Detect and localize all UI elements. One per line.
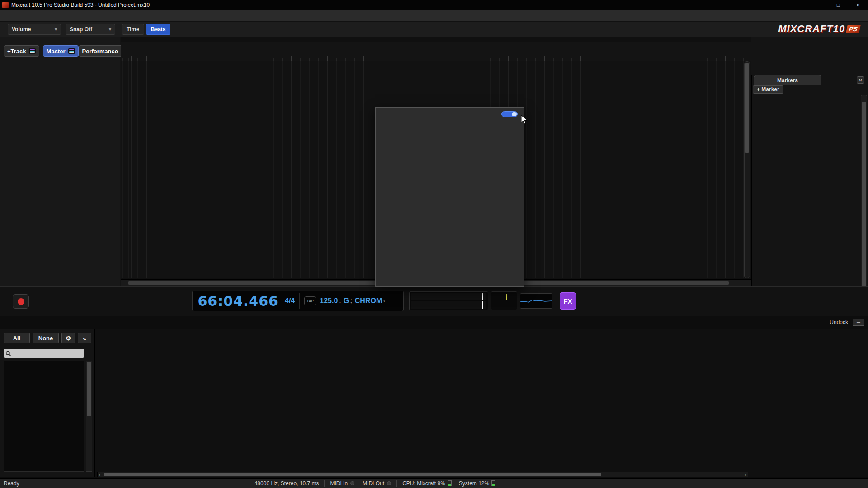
chevron-down-icon: ▾ [55, 27, 57, 32]
transport-bar: 66:04.466 4/4 TAP 125.0 ▴▾ G ▴▾ CHROM ▾ … [0, 286, 868, 316]
status-ready: Ready [4, 480, 19, 487]
cpu-usage: CPU: Mixcraft 9% [402, 480, 445, 487]
mixer-sidebar: All None ⚙ « [0, 329, 95, 477]
close-button[interactable]: ✕ [848, 0, 868, 10]
scale-mode-dropdown-icon[interactable]: ▾ [383, 300, 385, 303]
midi-out-label: MIDI Out [363, 480, 384, 487]
filter-none-button[interactable]: None [33, 333, 59, 343]
arrange-vertical-scrollbar[interactable] [744, 61, 750, 278]
track-list-icon [29, 48, 36, 54]
scale-mode-value[interactable]: CHROM [355, 297, 382, 305]
audio-settings-status: 48000 Hz, Stereo, 10.7 ms [255, 480, 319, 487]
record-button[interactable] [13, 294, 29, 309]
midi-in-indicator [350, 481, 354, 485]
bottom-tab-bar: Undock ─ [0, 316, 868, 329]
menu-bar [0, 10, 868, 22]
key-spinner[interactable]: ▴▾ [350, 298, 352, 304]
filter-all-button[interactable]: All [4, 333, 30, 343]
add-marker-button[interactable]: + Marker [753, 85, 783, 94]
mixer-panel: All None ⚙ « ‹› [0, 329, 868, 477]
key-value[interactable]: G [344, 297, 349, 305]
time-signature: 4/4 [285, 297, 295, 305]
app-logo-icon [2, 2, 9, 8]
undock-label[interactable]: Undock [830, 319, 848, 325]
mixcraft-logo: MIXCRAFT10 PS [778, 23, 860, 35]
midi-out-indicator [387, 481, 391, 485]
snap-dropdown[interactable]: Snap Off ▾ [66, 24, 115, 35]
snap-value: Snap Off [70, 26, 92, 33]
title-bar: Mixcraft 10.5 Pro Studio Build 593 - Unt… [0, 0, 868, 10]
tempo-spinner[interactable]: ▴▾ [339, 298, 341, 304]
master-track-button[interactable]: Master [43, 45, 79, 57]
chevron-down-icon: ▾ [109, 27, 111, 32]
status-bar: Ready 48000 Hz, Stereo, 10.7 ms MIDI In … [0, 478, 868, 488]
tap-tempo-button[interactable]: TAP [304, 296, 316, 305]
context-toggle-switch[interactable] [501, 111, 518, 117]
tree-scrollbar[interactable] [86, 361, 92, 472]
output-waveform-display [520, 293, 552, 309]
markers-tab[interactable]: Markers [754, 75, 821, 85]
mixer-settings-icon[interactable]: ⚙ [61, 333, 75, 343]
system-meter-icon [491, 480, 495, 486]
clip-context-menu [375, 107, 524, 287]
search-icon [5, 351, 11, 357]
add-track-button[interactable]: +Track [4, 45, 39, 57]
time-display: 66:04.466 4/4 TAP 125.0 ▴▾ G ▴▾ CHROM ▾ [192, 291, 404, 311]
time-toggle-button[interactable]: Time [122, 24, 144, 35]
midi-in-label: MIDI In [330, 480, 348, 487]
track-list-panel: +Track Master Performance ▦ [0, 37, 120, 286]
maximize-button[interactable]: □ [828, 0, 848, 10]
master-level-meters [409, 291, 488, 310]
panel-minimize-icon[interactable]: ─ [853, 319, 864, 326]
minimize-button[interactable]: ─ [808, 0, 828, 10]
automation-type-dropdown[interactable]: Volume ▾ [8, 24, 61, 35]
automation-type-value: Volume [12, 26, 31, 33]
toolbar: Volume ▾ Snap Off ▾ Time Beats MIXCRAFT1… [0, 22, 868, 37]
mixer-search-input[interactable] [4, 349, 84, 358]
aux-meter [491, 291, 517, 310]
collapse-sidebar-icon[interactable]: « [78, 333, 91, 343]
markers-close-icon[interactable]: ✕ [857, 76, 864, 84]
mixer-track-tree [4, 361, 84, 472]
mixer-horizontal-scrollbar[interactable]: ‹› [97, 472, 748, 477]
markers-panel: Markers ✕ + Marker [751, 75, 868, 323]
main-area: +Track Master Performance ▦ Markers ✕ + … [0, 37, 868, 286]
system-usage: System 12% [459, 480, 489, 487]
mouse-cursor [521, 115, 528, 127]
fx-button[interactable]: FX [560, 292, 576, 310]
window-title: Mixcraft 10.5 Pro Studio Build 593 - Unt… [11, 2, 150, 8]
tempo-value[interactable]: 125.0 [320, 297, 338, 305]
cpu-meter-icon [448, 480, 452, 486]
beats-toggle-button[interactable]: Beats [146, 24, 171, 35]
time-readout: 66:04.466 [193, 293, 278, 309]
master-list-icon [68, 48, 75, 54]
timeline-ruler[interactable] [121, 42, 751, 61]
